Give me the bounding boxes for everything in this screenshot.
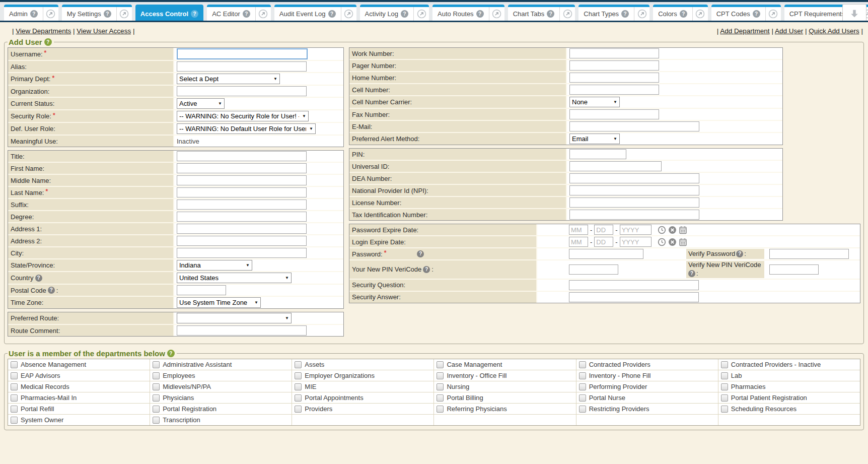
help-icon[interactable]: ? <box>328 10 336 18</box>
help-icon[interactable]: ? <box>688 270 695 277</box>
suffix-input[interactable] <box>177 200 307 210</box>
default-user-role-select[interactable]: -- WARNING: No Default User Role for Use… <box>177 123 316 134</box>
tab-cpt-codes[interactable]: CPT Codes? <box>711 7 765 21</box>
checkbox-transcription[interactable] <box>153 417 160 424</box>
checkbox-portal-refill[interactable] <box>11 406 18 413</box>
tab-external-link-chart-tabs[interactable] <box>559 7 575 21</box>
help-icon[interactable]: ? <box>191 10 198 18</box>
tab-external-link-cpt-codes[interactable] <box>765 7 781 21</box>
preferred-route-select[interactable]: ▼ <box>177 313 292 323</box>
password-expire-date-dd-input[interactable] <box>594 225 613 235</box>
tab-external-link-colors[interactable] <box>692 7 708 21</box>
state-province-select[interactable]: Indiana▼ <box>177 260 252 271</box>
checkbox-administrative-assistant[interactable] <box>153 361 160 368</box>
checkbox-absence-management[interactable] <box>11 361 18 368</box>
degree-input[interactable] <box>177 212 307 222</box>
tab-admin[interactable]: Admin? <box>4 7 43 21</box>
last-name-input[interactable] <box>177 187 307 197</box>
link-add-department[interactable]: Add Department <box>720 27 769 35</box>
checkbox-performing-provider[interactable] <box>579 383 586 390</box>
first-name-input[interactable] <box>177 163 307 173</box>
cell-number-carrier-select[interactable]: None▼ <box>569 97 620 107</box>
checkbox-system-owner[interactable] <box>11 417 18 424</box>
security-role-select[interactable]: -- WARNING: No Security Role for User! -… <box>177 111 309 121</box>
checkbox-case-management[interactable] <box>437 361 444 368</box>
postal-code-input[interactable] <box>177 285 226 295</box>
work-number-input[interactable] <box>569 48 659 58</box>
help-icon[interactable]: ? <box>48 287 55 294</box>
help-icon[interactable]: ? <box>680 10 687 18</box>
pager-number-input[interactable] <box>569 60 659 71</box>
checkbox-portal-registration[interactable] <box>153 406 160 413</box>
fax-number-input[interactable] <box>569 109 659 119</box>
calendar-icon[interactable] <box>679 226 687 234</box>
tab-audit-event-log[interactable]: Audit Event Log? <box>274 7 341 21</box>
pin-input[interactable] <box>569 149 626 159</box>
password-expire-date-yyyy-input[interactable] <box>620 225 652 235</box>
help-icon[interactable]: ? <box>417 250 424 257</box>
home-number-input[interactable] <box>569 73 659 83</box>
checkbox-physicians[interactable] <box>153 394 160 402</box>
new-pin-vericode-input[interactable] <box>569 264 618 275</box>
clock-icon[interactable] <box>658 226 666 234</box>
help-icon[interactable]: ? <box>476 10 484 18</box>
checkbox-contracted-providers-inactive[interactable] <box>721 361 728 368</box>
help-icon[interactable]: ? <box>35 275 42 282</box>
license-number-input[interactable] <box>569 197 699 208</box>
checkbox-nursing[interactable] <box>437 383 444 390</box>
help-icon[interactable]: ? <box>547 10 554 18</box>
country-select[interactable]: United States▼ <box>177 273 292 283</box>
clock-icon[interactable] <box>658 238 666 246</box>
help-icon[interactable]: ? <box>736 250 743 257</box>
checkbox-assets[interactable] <box>295 361 302 368</box>
tab-external-link-audit-event-log[interactable] <box>341 7 356 21</box>
link-view-departments[interactable]: View Departments <box>16 27 71 35</box>
security-answer-input[interactable] <box>569 292 699 302</box>
checkbox-portal-billing[interactable] <box>437 394 444 402</box>
checkbox-portal-patient-registration[interactable] <box>721 394 728 402</box>
primary-dept-select[interactable]: Select a Dept▼ <box>177 74 280 84</box>
checkbox-portal-appointments[interactable] <box>295 394 302 402</box>
universal-id-input[interactable] <box>569 161 662 171</box>
address-2-input[interactable] <box>177 236 307 246</box>
route-comment-input[interactable] <box>177 325 307 336</box>
npi-input[interactable] <box>569 185 699 195</box>
tab-access-control[interactable]: Access Control? <box>135 7 203 21</box>
checkbox-mie[interactable] <box>295 383 302 390</box>
tax-identification-number-input[interactable] <box>569 210 699 220</box>
help-icon[interactable]: ? <box>167 350 175 357</box>
tab-external-link-chart-types[interactable] <box>634 7 649 21</box>
tab-overflow-button[interactable] <box>842 4 866 22</box>
security-question-input[interactable] <box>569 280 699 290</box>
password-expire-date-mm-input[interactable] <box>569 225 588 235</box>
verify-password-input[interactable] <box>769 249 849 259</box>
tab-auto-routes[interactable]: Auto Routes? <box>432 7 489 21</box>
checkbox-inventory-phone-fill[interactable] <box>579 372 586 379</box>
calendar-icon[interactable] <box>679 238 687 246</box>
title-input[interactable] <box>177 151 307 161</box>
tab-colors[interactable]: Colors? <box>653 7 692 21</box>
help-icon[interactable]: ? <box>104 10 111 18</box>
middle-name-input[interactable] <box>177 175 307 185</box>
checkbox-inventory-office-fill[interactable] <box>437 372 444 379</box>
tab-external-link-auto-routes[interactable] <box>489 7 504 21</box>
tab-chart-tabs[interactable]: Chart Tabs? <box>508 7 560 21</box>
login-expire-date-yyyy-input[interactable] <box>620 237 652 247</box>
checkbox-portal-nurse[interactable] <box>579 394 586 402</box>
tab-external-link-ac-editor[interactable] <box>255 7 271 21</box>
login-expire-date-dd-input[interactable] <box>594 237 613 247</box>
city-input[interactable] <box>177 248 307 258</box>
help-icon[interactable]: ? <box>621 10 629 18</box>
clear-date-icon[interactable] <box>668 226 677 234</box>
checkbox-providers[interactable] <box>295 406 302 413</box>
checkbox-midlevels-np-pa[interactable] <box>153 383 160 390</box>
alias-input[interactable] <box>177 61 307 72</box>
tab-external-link-my-settings[interactable] <box>116 7 132 21</box>
clear-date-icon[interactable] <box>668 238 677 246</box>
preferred-alert-method-select[interactable]: Email▼ <box>569 134 620 144</box>
password-input[interactable] <box>569 249 643 259</box>
help-icon[interactable]: ? <box>44 38 52 46</box>
cell-number-input[interactable] <box>569 85 659 95</box>
checkbox-scheduling-resources[interactable] <box>721 406 728 413</box>
checkbox-employer-organizations[interactable] <box>295 372 302 379</box>
